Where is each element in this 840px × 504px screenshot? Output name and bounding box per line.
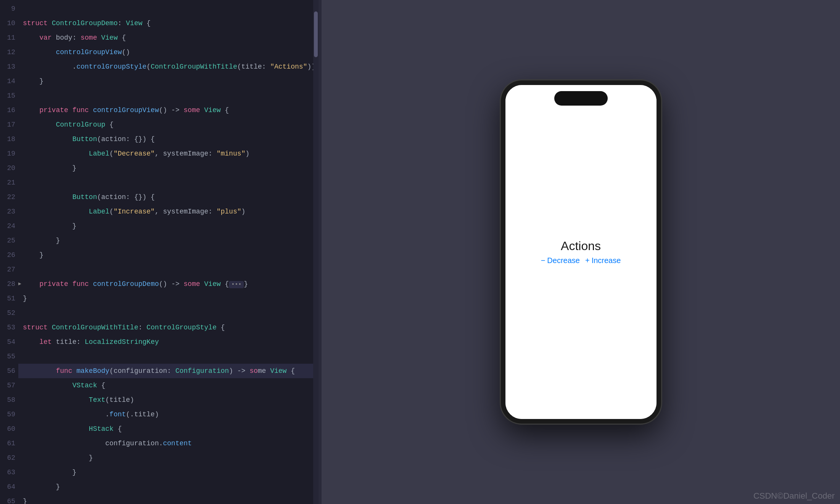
line-numbers: 9101112131415161718192021222324252627285… [0, 0, 18, 504]
code-line-19[interactable]: Label("Decrease", systemImage: "minus") [18, 146, 319, 161]
token-kw: func [72, 280, 93, 288]
code-line-21[interactable] [18, 175, 319, 190]
editor-panel: 9101112131415161718192021222324252627285… [0, 0, 319, 504]
code-line-17[interactable]: ControlGroup { [18, 117, 319, 132]
token-type: Label [89, 150, 109, 157]
token-plain: (action: {}) { [97, 135, 154, 143]
token-kw: func [72, 106, 93, 114]
token-plain [23, 193, 72, 201]
token-plain: } [23, 77, 43, 85]
code-line-10[interactable]: struct ControlGroupDemo: View { [18, 16, 319, 30]
token-type: ControlGroupWithTitle [52, 324, 138, 331]
token-plain [23, 367, 56, 375]
token-plain: title: [56, 338, 85, 346]
token-plain: { [117, 34, 126, 42]
scrollbar-thumb[interactable] [314, 11, 318, 57]
actions-controls: − Decrease + Increase [541, 256, 621, 265]
token-plain [23, 280, 39, 288]
decrease-button[interactable]: − Decrease [541, 256, 580, 265]
code-line-63[interactable]: } [18, 465, 319, 480]
code-line-15[interactable] [18, 88, 319, 103]
token-plain: , systemImage: [155, 208, 217, 215]
code-line-27[interactable] [18, 262, 319, 277]
token-kw: private [23, 106, 72, 114]
code-line-11[interactable]: var body: some View { [18, 30, 319, 45]
token-plain: } [23, 295, 27, 302]
token-fn: controlGroupStyle [76, 63, 146, 71]
token-plain: } [23, 222, 76, 230]
token-type: Button [72, 193, 97, 201]
code-line-14[interactable]: } [18, 74, 319, 88]
token-plain: } [23, 483, 60, 491]
token-plain: ( [109, 208, 114, 215]
token-kw: let [39, 338, 56, 346]
token-collapsed: ••• [229, 281, 244, 288]
token-kw: some [80, 34, 101, 42]
panel-divider [319, 0, 322, 504]
token-kw: so [249, 367, 258, 375]
code-line-24[interactable]: } [18, 219, 319, 233]
code-line-9[interactable] [18, 2, 319, 16]
scrollbar[interactable] [313, 0, 319, 504]
token-kw: var [39, 34, 56, 42]
token-plain: : [117, 19, 126, 27]
token-kw: private [39, 280, 72, 288]
code-line-64[interactable]: } [18, 480, 319, 494]
token-plain: (action: {}) { [97, 193, 154, 201]
token-plain: (title) [105, 396, 134, 404]
token-plain: (.title) [126, 411, 159, 418]
token-str: "Decrease" [114, 150, 155, 157]
code-line-59[interactable]: .font(.title) [18, 407, 319, 422]
token-fn: font [109, 411, 126, 418]
code-line-26[interactable]: } [18, 248, 319, 262]
token-type: Configuration [175, 367, 229, 375]
token-plain: , systemImage: [155, 150, 217, 157]
token-plain [23, 48, 56, 56]
token-plain: () -> [159, 106, 183, 114]
code-line-25[interactable]: } [18, 233, 319, 248]
code-line-65[interactable]: } [18, 494, 319, 504]
token-plain: { [221, 280, 229, 288]
code-line-51[interactable]: } [18, 291, 319, 306]
code-line-58[interactable]: Text(title) [18, 393, 319, 407]
token-plain: ( [109, 150, 114, 157]
code-line-28[interactable]: ▶ private func controlGroupDemo() -> som… [18, 277, 319, 291]
token-plain [23, 382, 72, 389]
token-plain: () [122, 48, 130, 56]
token-plain: { [221, 106, 229, 114]
increase-button[interactable]: + Increase [585, 256, 621, 265]
code-line-56[interactable]: func makeBody(configuration: Configurati… [18, 364, 319, 378]
code-line-12[interactable]: controlGroupView() [18, 45, 319, 59]
token-fn: controlGroupView [56, 48, 122, 56]
token-plain: } [23, 469, 76, 476]
token-str: "minus" [217, 150, 246, 157]
code-area[interactable]: struct ControlGroupDemo: View { var body… [18, 0, 319, 504]
token-plain: } [23, 164, 76, 172]
decrease-label: Decrease [547, 256, 580, 265]
token-str: "plus" [217, 208, 241, 215]
code-line-55[interactable] [18, 349, 319, 364]
code-line-54[interactable]: let title: LocalizedStringKey [18, 335, 319, 349]
token-plain [23, 396, 89, 404]
token-type: View [101, 34, 117, 42]
dynamic-island [554, 91, 608, 106]
token-type: Text [89, 396, 105, 404]
code-line-52[interactable] [18, 306, 319, 320]
code-line-53[interactable]: struct ControlGroupWithTitle: ControlGro… [18, 320, 319, 335]
code-line-57[interactable]: VStack { [18, 378, 319, 393]
token-plain: : [138, 324, 146, 331]
code-line-62[interactable]: } [18, 451, 319, 465]
code-line-23[interactable]: Label("Increase", systemImage: "plus") [18, 204, 319, 219]
code-line-16[interactable]: private func controlGroupView() -> some … [18, 103, 319, 117]
actions-title: Actions [561, 239, 601, 253]
code-line-20[interactable]: } [18, 161, 319, 175]
code-line-60[interactable]: HStack { [18, 422, 319, 436]
code-line-13[interactable]: .controlGroupStyle(ControlGroupWithTitle… [18, 59, 319, 74]
token-str: "Actions" [270, 63, 307, 71]
code-line-61[interactable]: configuration.content [18, 436, 319, 451]
token-plain: body: [56, 34, 80, 42]
token-plain: } [23, 498, 27, 504]
code-line-22[interactable]: Button(action: {}) { [18, 190, 319, 204]
token-type: Label [89, 208, 109, 215]
code-line-18[interactable]: Button(action: {}) { [18, 132, 319, 146]
